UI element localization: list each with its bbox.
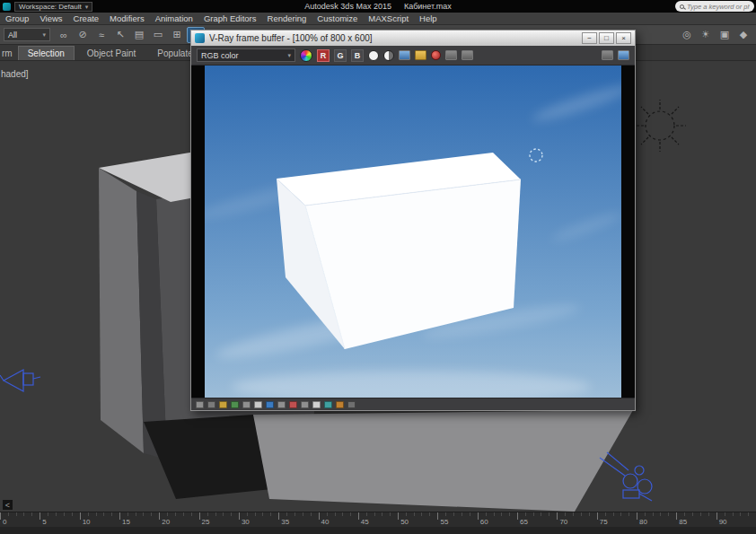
vray-logo-icon — [195, 33, 205, 43]
viewport-label[interactable]: haded] — [1, 69, 29, 79]
timeline-tick-55[interactable]: 55 — [437, 512, 477, 527]
channel-dropdown-value: RGB color — [201, 51, 239, 60]
timeline-tick-60[interactable]: 60 — [478, 512, 517, 527]
vfb-bottom-toolbar — [191, 398, 635, 410]
vray-frame-buffer-window[interactable]: V-Ray frame buffer - [100% of 800 x 600]… — [190, 30, 636, 411]
track-mouse-icon[interactable] — [462, 50, 473, 60]
workspace-dropdown[interactable]: Workspace: Default ▾ — [14, 2, 92, 12]
color-balance-icon[interactable] — [289, 401, 297, 408]
timeline-tick-20[interactable]: 20 — [159, 512, 198, 527]
timeline-ruler[interactable]: 051015202530354045505560657075808590 — [0, 512, 756, 527]
background-image-icon[interactable] — [324, 401, 332, 408]
select-by-name-icon[interactable]: ▤ — [130, 27, 148, 43]
maximize-button[interactable]: □ — [599, 32, 614, 44]
save-image-icon[interactable] — [415, 50, 426, 60]
close-button[interactable]: × — [616, 32, 631, 44]
unlink-selection-icon[interactable]: ⊘ — [74, 27, 92, 43]
menu-item-views[interactable]: Views — [34, 13, 67, 23]
timeline-tick-25[interactable]: 25 — [199, 512, 239, 527]
bottom-strip — [0, 527, 756, 534]
pixel-info-icon[interactable] — [207, 401, 215, 408]
rendered-image — [205, 66, 621, 398]
curves-icon[interactable] — [312, 401, 321, 408]
tab-selection[interactable]: Selection — [18, 46, 75, 60]
timeline-tick-85[interactable]: 85 — [676, 512, 716, 527]
timeline-tick-10[interactable]: 10 — [80, 512, 119, 527]
display-correction-icon[interactable] — [618, 50, 629, 60]
select-object-icon[interactable]: ↖ — [111, 27, 129, 43]
red-channel-button[interactable]: R — [317, 49, 330, 62]
menu-item-animation[interactable]: Animation — [150, 13, 198, 23]
blue-channel-button[interactable]: B — [351, 49, 364, 62]
minimize-button[interactable]: − — [582, 32, 597, 44]
menu-item-group[interactable]: Group — [0, 13, 34, 23]
workspace-label: Workspace: Default — [19, 3, 82, 11]
monitor-icon[interactable] — [399, 50, 410, 60]
light-helper-gizmo[interactable] — [600, 452, 652, 501]
hue-saturation-icon[interactable] — [277, 401, 286, 408]
rendered-frame-window-icon[interactable]: ▣ — [716, 27, 734, 43]
tab-object-paint[interactable]: Object Paint — [78, 47, 145, 60]
timeline-tick-45[interactable]: 45 — [358, 512, 398, 527]
srgb-icon[interactable] — [347, 401, 356, 408]
timeline-tick-70[interactable]: 70 — [557, 512, 596, 527]
select-and-link-icon[interactable]: ∞ — [55, 27, 73, 43]
follow-mouse-icon[interactable] — [196, 401, 204, 408]
search-input[interactable]: Type a keyword or phrase — [675, 1, 754, 12]
region-render-icon[interactable] — [219, 401, 227, 408]
bind-to-space-warp-icon[interactable]: ≈ — [92, 27, 110, 43]
window-crossing-icon[interactable]: ⊞ — [168, 27, 186, 43]
app-titlebar: Workspace: Default ▾ Autodesk 3ds Max 20… — [0, 0, 756, 13]
timeline-tick-80[interactable]: 80 — [637, 512, 676, 527]
timeline-tick-90[interactable]: 90 — [716, 512, 756, 527]
channel-dropdown[interactable]: RGB color ▾ — [197, 48, 295, 62]
vfb-title: V-Ray frame buffer - [100% of 800 x 600] — [209, 33, 373, 43]
monochrome-icon[interactable] — [383, 50, 394, 61]
white-balance-icon[interactable] — [266, 401, 274, 408]
timeline-tick-75[interactable]: 75 — [597, 512, 637, 527]
timeline-tick-65[interactable]: 65 — [517, 512, 557, 527]
green-channel-button[interactable]: G — [334, 49, 347, 62]
timeline-tick-35[interactable]: 35 — [278, 512, 318, 527]
menu-item-help[interactable]: Help — [414, 13, 443, 23]
app-logo-icon[interactable] — [3, 3, 11, 11]
vfb-render-area[interactable] — [191, 66, 635, 398]
menu-item-customize[interactable]: Customize — [312, 13, 363, 23]
lut-icon[interactable] — [336, 401, 344, 408]
menu-item-graph-editors[interactable]: Graph Editors — [198, 13, 262, 23]
timeline-tick-5[interactable]: 5 — [40, 512, 79, 527]
render-production-icon[interactable]: ◆ — [734, 27, 752, 43]
camera-helper-gizmo[interactable] — [0, 370, 40, 391]
window-title: Autodesk 3ds Max 2015Кабинет.max — [0, 2, 756, 11]
tab-rm[interactable]: rm — [0, 47, 14, 60]
app-title-text: Autodesk 3ds Max 2015 — [304, 2, 391, 11]
selection-filter-dropdown[interactable]: All ▾ — [4, 28, 50, 41]
timeline-tick-0[interactable]: 0 — [0, 512, 40, 527]
timeline-tick-40[interactable]: 40 — [319, 512, 358, 527]
timeline-tick-30[interactable]: 30 — [239, 512, 278, 527]
settings-icon[interactable] — [602, 50, 613, 60]
levels-icon[interactable] — [301, 401, 309, 408]
timeline-tick-50[interactable]: 50 — [398, 512, 437, 527]
compare-images-icon[interactable] — [242, 401, 251, 408]
duplicate-buffer-icon[interactable] — [445, 50, 457, 60]
color-wheel-icon[interactable] — [300, 49, 312, 62]
sun-helper-gizmo[interactable] — [634, 100, 686, 152]
menu-item-maxscript[interactable]: MAXScript — [363, 13, 414, 23]
menu-item-rendering[interactable]: Rendering — [262, 13, 312, 23]
chevron-down-icon: ▾ — [287, 52, 291, 58]
timeline-prev-icon[interactable]: < — [2, 499, 13, 511]
menu-item-create[interactable]: Create — [68, 13, 105, 23]
rectangular-selection-region-icon[interactable]: ▭ — [149, 27, 167, 43]
menu-item-modifiers[interactable]: Modifiers — [104, 13, 150, 23]
render-setup-icon[interactable]: ☀ — [697, 27, 715, 43]
ground-plane[interactable] — [253, 410, 633, 512]
material-editor-icon[interactable]: ◎ — [678, 27, 696, 43]
menu-bar: GroupViewsCreateModifiersAnimationGraph … — [0, 13, 756, 25]
exposure-icon[interactable] — [254, 401, 262, 408]
stamp-icon[interactable] — [231, 401, 239, 408]
timeline-tick-15[interactable]: 15 — [119, 512, 159, 527]
vfb-titlebar[interactable]: V-Ray frame buffer - [100% of 800 x 600]… — [191, 31, 635, 46]
clear-image-icon[interactable] — [431, 50, 441, 60]
alpha-channel-icon[interactable] — [368, 50, 379, 61]
